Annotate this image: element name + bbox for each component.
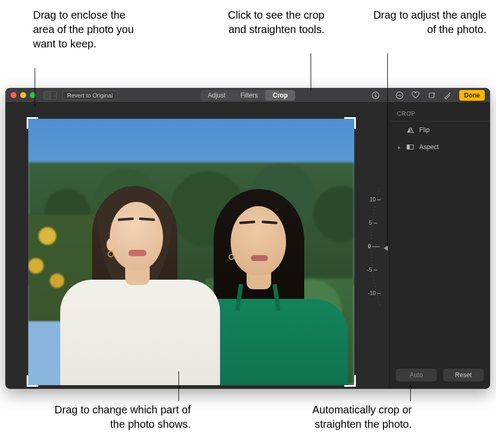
flip-icon xyxy=(406,127,414,133)
favorite-icon[interactable] xyxy=(411,91,420,100)
edit-canvas xyxy=(5,103,389,389)
revert-to-original-button[interactable]: Revert to Original xyxy=(62,91,118,100)
crop-frame[interactable] xyxy=(28,119,354,385)
angle-indicator-icon xyxy=(384,246,388,251)
photo-preview[interactable] xyxy=(28,119,354,385)
auto-enhance-icon[interactable] xyxy=(443,91,452,100)
svg-point-1 xyxy=(375,93,376,94)
close-window-button[interactable] xyxy=(11,92,17,98)
flip-label: Flip xyxy=(419,126,429,134)
callout-pan-photo: Drag to change which part of the photo s… xyxy=(42,403,191,431)
flip-row[interactable]: Flip xyxy=(389,121,490,139)
svg-rect-14 xyxy=(407,145,410,149)
aspect-icon xyxy=(406,144,414,150)
callout-line xyxy=(311,53,311,91)
aspect-label: Aspect xyxy=(419,143,439,151)
rotate-icon[interactable] xyxy=(427,91,436,100)
crop-handle-tl[interactable] xyxy=(27,117,38,129)
minimize-window-button[interactable] xyxy=(20,92,26,98)
toolbar-right-tools: Done xyxy=(371,90,485,101)
edit-mode-tabs: Adjust Filters Crop xyxy=(200,90,295,101)
callout-line xyxy=(410,385,411,401)
photos-edit-window: Revert to Original Adjust Filters Crop xyxy=(5,88,490,389)
callout-line xyxy=(35,68,35,107)
crop-sidebar: CROP Flip ▸ Aspect Auto Reset xyxy=(389,103,490,389)
sidebar-footer: Auto Reset xyxy=(389,369,490,389)
svg-point-5 xyxy=(399,95,400,96)
svg-rect-2 xyxy=(375,94,376,97)
callout-crop-tab: Click to see the crop and straighten too… xyxy=(213,8,324,37)
callout-auto: Automatically crop or straighten the pho… xyxy=(263,403,412,431)
crop-handle-br[interactable] xyxy=(344,375,356,387)
aspect-row[interactable]: ▸ Aspect xyxy=(389,139,490,156)
svg-point-4 xyxy=(397,95,399,96)
callout-line xyxy=(387,53,388,246)
window-controls xyxy=(11,92,36,98)
tab-crop[interactable]: Crop xyxy=(265,90,295,101)
crop-handle-bl[interactable] xyxy=(27,375,38,387)
chevron-right-icon: ▸ xyxy=(397,144,401,150)
callout-line xyxy=(178,371,179,401)
svg-point-6 xyxy=(401,95,402,96)
sidebar-title: CROP xyxy=(389,103,490,121)
spacer xyxy=(397,127,401,133)
tab-adjust[interactable]: Adjust xyxy=(200,90,233,101)
callout-crop-frame: Drag to enclose the area of the photo yo… xyxy=(33,8,145,51)
crop-handle-tr[interactable] xyxy=(344,117,356,129)
editor-toolbar: Revert to Original Adjust Filters Crop xyxy=(5,88,490,103)
compare-toggle[interactable] xyxy=(43,91,57,100)
reset-button[interactable]: Reset xyxy=(443,369,484,381)
info-icon[interactable] xyxy=(371,91,380,100)
svg-rect-7 xyxy=(429,93,434,97)
more-icon[interactable] xyxy=(395,91,404,100)
done-button[interactable]: Done xyxy=(459,90,485,101)
callout-angle: Drag to adjust the angle of the photo. xyxy=(369,8,486,37)
tab-filters[interactable]: Filters xyxy=(233,90,265,101)
auto-button[interactable]: Auto xyxy=(396,369,437,381)
